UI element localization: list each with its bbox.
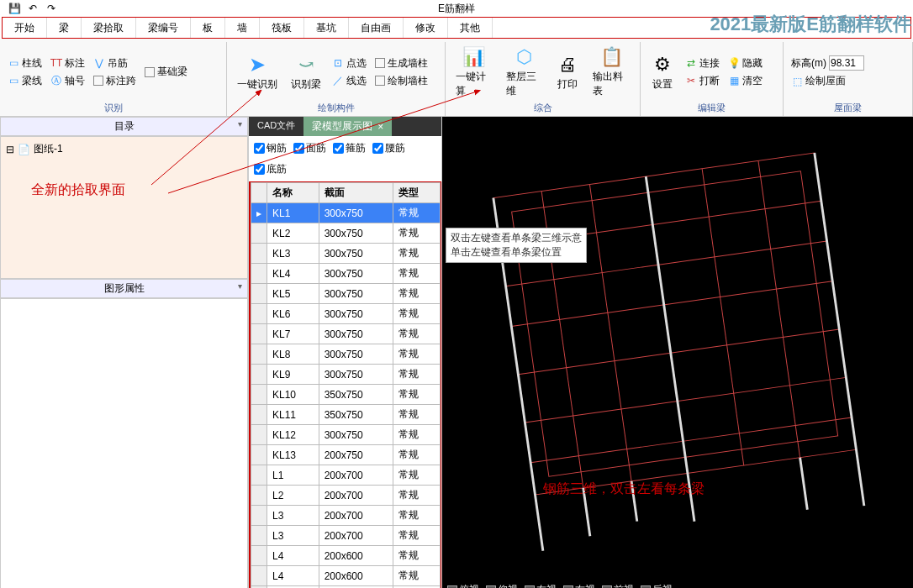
cursor-icon: ➤	[245, 53, 269, 76]
bulb-icon: 💡	[728, 57, 740, 69]
table-row[interactable]: L2200x700常规	[251, 486, 441, 506]
text-icon: TT	[50, 57, 62, 69]
cb-mianjin[interactable]: 面筋	[293, 141, 326, 155]
cube-icon	[641, 585, 651, 589]
menu-tab-4[interactable]: 板	[191, 18, 225, 38]
props-header[interactable]: 图形属性	[0, 279, 248, 298]
view-btn[interactable]: 左视	[525, 583, 557, 588]
cb-dijin[interactable]: 底筋	[254, 162, 287, 176]
checkbox-icon	[93, 76, 103, 86]
axis-btn[interactable]: Ⓐ轴号	[48, 73, 87, 89]
menu-tab-9[interactable]: 修改	[404, 18, 448, 38]
menu-tab-5[interactable]: 墙	[225, 18, 260, 38]
svg-line-15	[646, 176, 694, 522]
tree-root-item[interactable]: ⊟ 📄 图纸-1	[6, 142, 242, 156]
mid-tabs: CAD文件 梁模型展示图×	[249, 117, 441, 136]
identify-beam-btn[interactable]: ⤻ 识别梁	[286, 51, 326, 93]
3d-viewer[interactable]: 双击左键查看单条梁三维示意 单击左键查看单条梁位置 钢筋三维，双击左看每条梁 俯…	[442, 117, 913, 588]
whole-floor-3d-btn[interactable]: ⬡整层三维	[501, 44, 548, 100]
menu-tab-0[interactable]: 开始	[3, 18, 47, 38]
view-btn[interactable]: 仰视	[486, 583, 518, 588]
table-row[interactable]: KL4300x750常规	[251, 264, 441, 284]
gen-wall-col-btn[interactable]: 生成墙柱	[372, 55, 430, 71]
beam-grid[interactable]: 名称 截面 类型 ▸KL1300x750常规KL2300x750常规KL3300…	[249, 181, 441, 588]
table-row[interactable]: L3200x700常规	[251, 506, 441, 526]
one-key-identify-btn[interactable]: ➤ 一键识别	[232, 51, 282, 93]
foundation-beam-btn[interactable]: 基础梁	[142, 64, 190, 80]
filter-checks: 钢筋 面筋 箍筋 腰筋 底筋	[249, 136, 441, 181]
hanger-btn[interactable]: ⋁吊筋	[91, 55, 139, 71]
table-row[interactable]: L4200x600常规	[251, 566, 441, 586]
menu-tab-1[interactable]: 梁	[47, 18, 82, 38]
clear-icon: ▦	[728, 75, 740, 87]
directory-header[interactable]: 目录	[0, 117, 248, 136]
one-key-calc-btn[interactable]: 📊一键计算	[451, 44, 498, 100]
view-btn[interactable]: 前视	[602, 583, 634, 588]
table-row[interactable]: KL12300x750常规	[251, 425, 441, 445]
table-row[interactable]: ▸KL1300x750常规	[251, 203, 441, 223]
view-buttons: 俯视仰视左视右视前视后视	[447, 583, 673, 588]
tab-cad[interactable]: CAD文件	[249, 117, 303, 136]
clear-btn[interactable]: ▦清空	[726, 73, 765, 89]
point-select-btn[interactable]: ⊡点选	[330, 55, 369, 71]
span-btn[interactable]: 标注跨	[91, 73, 139, 89]
close-icon[interactable]: ×	[377, 121, 383, 133]
menu-tab-10[interactable]: 其他	[448, 18, 493, 38]
print-btn[interactable]: 🖨打印	[551, 51, 584, 93]
redo-icon[interactable]: ↷	[42, 2, 61, 15]
col-section[interactable]: 截面	[319, 183, 393, 203]
menu-tab-8[interactable]: 自由画	[349, 18, 404, 38]
table-row[interactable]: KL9300x750常规	[251, 365, 441, 385]
connect-btn[interactable]: ⇄连接	[683, 55, 722, 71]
ribbon-group-identify: ▭柱线 ▭梁线 TT标注 Ⓐ轴号 ⋁吊筋 标注跨 基础梁 识别	[0, 42, 227, 116]
ribbon-group-draw: ➤ 一键识别 ⤻ 识别梁 ⊡点选 ／线选 生成墙柱 绘制墙柱 绘制构件	[227, 42, 446, 116]
save-icon[interactable]: 💾	[5, 2, 24, 15]
tab-model[interactable]: 梁模型展示图×	[303, 117, 392, 136]
cb-yaojin[interactable]: 腰筋	[372, 141, 405, 155]
menu-tab-6[interactable]: 筏板	[260, 18, 304, 38]
beam-line-btn[interactable]: ▭梁线	[5, 73, 45, 89]
draw-roof-btn[interactable]: ⬚绘制屋面	[789, 73, 867, 89]
table-row[interactable]: KL11350x750常规	[251, 405, 441, 425]
elevation-input[interactable]	[829, 55, 864, 71]
export-table-btn[interactable]: 📋输出料表	[588, 44, 635, 100]
column-line-btn[interactable]: ▭柱线	[5, 55, 45, 71]
view-btn[interactable]: 右视	[563, 583, 595, 588]
menu-tab-2[interactable]: 梁拾取	[82, 18, 136, 38]
table-row[interactable]: KL8300x750常规	[251, 344, 441, 365]
table-row[interactable]: KL10350x750常规	[251, 385, 441, 405]
table-row[interactable]: KL6300x750常规	[251, 304, 441, 324]
hide-btn[interactable]: 💡隐藏	[726, 55, 765, 71]
settings-btn[interactable]: ⚙设置	[646, 51, 679, 93]
cube-icon	[447, 585, 457, 589]
svg-line-9	[589, 185, 631, 481]
col-name[interactable]: 名称	[267, 183, 319, 203]
annotate-btn[interactable]: TT标注	[48, 55, 87, 71]
left-pane: 目录 ⊟ 📄 图纸-1 全新的拾取界面 图形属性	[0, 117, 249, 588]
view-btn[interactable]: 后视	[641, 583, 673, 588]
cube-3d-icon: ⬡	[513, 45, 536, 69]
checkbox-icon	[375, 76, 385, 86]
table-row[interactable]: KL3300x750常规	[251, 244, 441, 264]
table-row[interactable]: L1200x700常规	[251, 465, 441, 486]
table-row[interactable]: KL2300x750常规	[251, 223, 441, 244]
menu-tab-3[interactable]: 梁编号	[136, 18, 191, 38]
table-row[interactable]: L3200x700常规	[251, 526, 441, 546]
cb-gangjin[interactable]: 钢筋	[254, 141, 287, 155]
undo-icon[interactable]: ↶	[24, 2, 42, 15]
table-row[interactable]: KL7300x750常规	[251, 324, 441, 344]
menu-tab-7[interactable]: 基坑	[304, 18, 349, 38]
table-row[interactable]: KL13200x750常规	[251, 445, 441, 465]
col-type[interactable]: 类型	[393, 183, 441, 203]
line-select-btn[interactable]: ／线选	[330, 73, 369, 89]
svg-line-14	[815, 153, 864, 506]
draw-wall-col-btn[interactable]: 绘制墙柱	[372, 73, 430, 89]
break-btn[interactable]: ✂打断	[683, 73, 722, 89]
cb-gujin[interactable]: 箍筋	[333, 141, 366, 155]
table-row[interactable]: L4200x600常规	[251, 546, 441, 566]
view-btn[interactable]: 俯视	[447, 583, 479, 588]
table-row[interactable]: KL5300x750常规	[251, 284, 441, 304]
break-icon: ✂	[685, 75, 697, 87]
svg-rect-0	[493, 153, 857, 495]
column-icon: ▭	[8, 57, 19, 69]
